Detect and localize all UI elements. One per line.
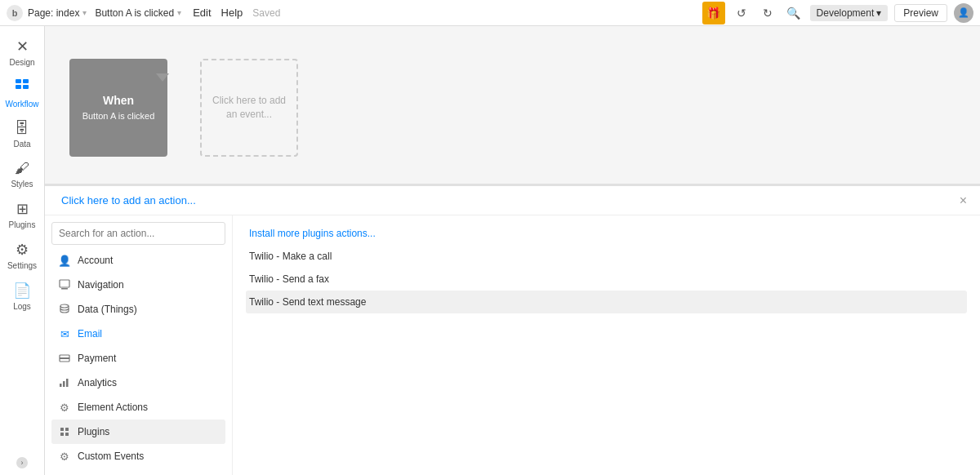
svg-rect-5 [61,288,68,290]
design-label: Design [9,58,34,67]
page-label: Page: index [28,7,79,19]
svg-rect-15 [65,433,69,436]
settings-label: Settings [7,261,37,270]
close-panel-button[interactable]: × [960,194,967,207]
twilio-fax-label: Twilio - Send a fax [249,273,329,285]
data-label: Data [13,140,30,149]
dev-label: Development [817,7,875,19]
saved-status: Saved [252,7,280,19]
sidebar-item-workflow[interactable]: Workflow [0,73,44,113]
account-icon: 👤 [58,254,71,267]
sidebar-item-data[interactable]: 🗄 Data [0,115,44,153]
design-icon: ✕ [16,38,29,55]
plugins-icon: ⊞ [16,200,29,218]
category-data-label: Data (Things) [78,304,137,315]
sidebar-item-logs[interactable]: 📄 Logs [0,277,44,316]
sidebar-item-plugins[interactable]: ⊞ Plugins [0,195,44,234]
workflow-label: Workflow [6,100,39,109]
dev-dropdown[interactable]: Development ▾ [810,5,889,21]
help-menu[interactable]: Help [221,7,243,19]
add-action-button[interactable]: Click here to add an action... [58,193,199,208]
category-data[interactable]: Data (Things) [51,297,225,322]
custom-events-icon: ⚙ [58,450,71,463]
left-sidebar: ✕ Design Workflow 🗄 Data 🖌 Styles ⊞ Plug… [0,26,45,475]
main-layout: ✕ Design Workflow 🗄 Data 🖌 Styles ⊞ Plug… [0,26,980,475]
category-account[interactable]: 👤 Account [51,248,225,273]
category-element-actions[interactable]: ⚙ Element Actions [51,395,225,420]
category-navigation-label: Navigation [78,279,124,291]
category-account-label: Account [78,255,113,266]
category-custom-events-label: Custom Events [78,451,144,462]
add-event-text: Click here to add an event... [208,94,290,122]
svg-point-6 [60,304,69,308]
sidebar-item-design[interactable]: ✕ Design [0,33,44,72]
top-bar-actions: Edit Help Saved [193,7,280,19]
redo-icon[interactable]: ↻ [758,3,777,23]
settings-icon: ⚙ [16,241,29,259]
search-area: 👤 Account Navigation [45,215,233,475]
svg-rect-1 [23,79,29,83]
plugins-cat-icon [58,425,71,438]
categories-list: 👤 Account Navigation [51,248,225,468]
category-element-actions-label: Element Actions [78,402,148,413]
data-things-icon [58,303,71,316]
when-label: When [103,94,134,107]
styles-icon: 🖌 [15,160,29,177]
trigger-name: Button A is clicked [82,110,155,122]
logs-icon: 📄 [13,282,31,300]
category-custom-events[interactable]: ⚙ Custom Events [51,444,225,468]
twilio-sms-label: Twilio - Send text message [249,296,366,308]
svg-rect-14 [60,433,64,436]
payment-icon [58,352,71,365]
workflow-icon [15,78,29,97]
category-payment-label: Payment [78,353,116,364]
undo-icon[interactable]: ↺ [732,3,751,23]
svg-rect-8 [60,357,69,359]
svg-rect-2 [16,85,21,89]
user-avatar[interactable]: 👤 [954,3,973,23]
preview-button[interactable]: Preview [894,4,947,22]
sidebar-item-styles[interactable]: 🖌 Styles [0,155,44,193]
twilio-fax[interactable]: Twilio - Send a fax [246,268,967,291]
category-analytics[interactable]: Analytics [51,371,225,395]
app-logo[interactable]: b [7,5,23,21]
workflow-selector[interactable]: Button A is clicked ▾ [95,7,181,19]
down-arrow [156,73,169,82]
action-dropdown: 👤 Account Navigation [45,215,980,475]
category-plugins[interactable]: Plugins [51,420,225,444]
top-bar: b Page: index ▾ Button A is clicked ▾ Ed… [0,0,980,26]
category-email[interactable]: ✉ Email [51,322,225,346]
category-payment[interactable]: Payment [51,346,225,371]
sidebar-expand-btn[interactable]: › [16,457,28,468]
data-icon: 🗄 [15,120,29,137]
category-analytics-label: Analytics [78,377,117,388]
twilio-sms[interactable]: Twilio - Send text message [246,291,967,313]
install-more-plugins[interactable]: Install more plugins actions... [246,222,967,245]
category-plugins-label: Plugins [78,426,109,437]
add-event-block[interactable]: Click here to add an event... [200,59,298,157]
plugins-label: Plugins [9,220,36,229]
svg-rect-10 [63,381,65,387]
action-panel-header: Click here to add an action... × [45,186,980,215]
sidebar-item-settings[interactable]: ⚙ Settings [0,236,44,275]
navigation-icon [58,278,71,291]
search-input[interactable] [51,222,225,245]
twilio-call[interactable]: Twilio - Make a call [246,245,967,268]
trigger-block[interactable]: When Button A is clicked [69,59,167,157]
dev-chevron: ▾ [876,7,881,19]
svg-rect-13 [65,428,69,431]
install-more-label: Install more plugins actions... [249,228,376,239]
search-icon[interactable]: 🔍 [784,3,804,23]
workflow-chevron: ▾ [177,8,181,17]
workflow-label: Button A is clicked [95,7,174,19]
svg-rect-12 [60,428,64,431]
analytics-icon [58,376,71,389]
svg-rect-3 [23,85,29,89]
canvas-area: When Button A is clicked Click here to a… [45,26,980,475]
styles-label: Styles [11,180,33,189]
page-selector[interactable]: Page: index ▾ [28,7,87,19]
edit-menu[interactable]: Edit [193,7,211,19]
plugin-actions-list: Install more plugins actions... Twilio -… [233,215,980,475]
gift-icon[interactable]: 🎁 [702,2,725,24]
category-navigation[interactable]: Navigation [51,273,225,297]
